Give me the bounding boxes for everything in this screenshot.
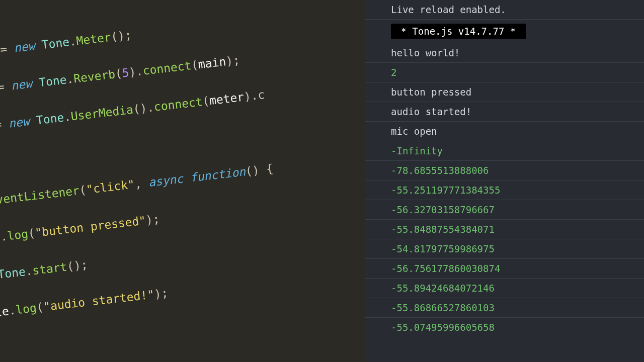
code-token: addEventListener xyxy=(0,184,80,210)
code-token: () { xyxy=(245,162,274,178)
code-token: log xyxy=(15,301,37,317)
code-token: main xyxy=(197,55,226,71)
code-token: = xyxy=(0,42,15,57)
console-row[interactable]: audio started! xyxy=(365,102,644,121)
code-token: Tone xyxy=(41,35,70,51)
console-row[interactable]: -56.756177860030874 xyxy=(365,258,644,278)
code-token: Tone xyxy=(36,111,65,127)
console-row[interactable]: -55.84887554384071 xyxy=(365,219,644,239)
console-row[interactable]: -Infinity xyxy=(365,141,644,160)
code-token: new xyxy=(8,115,30,130)
code-token: async xyxy=(148,172,184,189)
code-token: function xyxy=(189,165,246,184)
code-token: = xyxy=(0,79,12,95)
code-token: new xyxy=(13,39,35,55)
console-row[interactable]: -55.86866527860103 xyxy=(365,298,644,317)
code-token: ); xyxy=(145,212,160,227)
console-row[interactable]: -55.89424684072146 xyxy=(365,278,644,298)
code-token: "click" xyxy=(86,177,135,196)
code-token: Tone xyxy=(0,265,26,281)
code-token: Reverb xyxy=(73,67,116,85)
code-token: "audio started!" xyxy=(43,288,155,313)
code-token: ).c xyxy=(243,88,265,104)
console-pane[interactable]: Live reload enabled. * Tone.js v14.7.77 … xyxy=(365,0,644,362)
console-row[interactable]: hello world! xyxy=(365,43,644,62)
code-token: (). xyxy=(132,101,154,116)
code-token: ). xyxy=(128,64,143,79)
code-editor-surface[interactable]: n(0.5).toDestination() g(main.channelCou… xyxy=(0,0,365,362)
code-token: (); xyxy=(66,258,89,274)
code-token: meter xyxy=(209,90,245,108)
console-row[interactable]: 2 xyxy=(365,62,644,82)
code-token: Tone xyxy=(38,73,67,89)
code-token: start xyxy=(32,260,68,278)
split-view: n(0.5).toDestination() g(main.channelCou… xyxy=(0,0,644,362)
code-token: , xyxy=(134,176,149,191)
console-row[interactable]: -56.32703158796667 xyxy=(365,200,644,219)
console-row[interactable]: -55.251197771384355 xyxy=(365,180,644,200)
console-row[interactable]: * Tone.js v14.7.77 * xyxy=(365,19,644,43)
code-token: connect xyxy=(142,59,192,77)
code-editor-pane[interactable]: n(0.5).toDestination() g(main.channelCou… xyxy=(0,0,365,362)
code-token: "button pressed" xyxy=(34,214,146,239)
console-row[interactable]: -54.81797759986975 xyxy=(365,239,644,258)
code-token: Meter xyxy=(75,31,112,48)
code-token: new xyxy=(11,77,33,93)
code-token: ); xyxy=(153,286,169,301)
console-row[interactable]: -55.07495996605658 xyxy=(365,317,644,337)
console-row[interactable]: mic open xyxy=(365,121,644,141)
code-token: ); xyxy=(225,53,240,68)
code-token: log xyxy=(7,227,29,243)
console-row[interactable]: Live reload enabled. xyxy=(365,0,644,19)
console-row[interactable]: -78.6855513888006 xyxy=(365,160,644,180)
code-token: UserMedia xyxy=(70,103,134,123)
console-banner: * Tone.js v14.7.77 * xyxy=(391,24,526,39)
code-token: connect xyxy=(153,95,203,114)
console-row[interactable]: button pressed xyxy=(365,82,644,102)
code-token: (); xyxy=(110,28,132,44)
